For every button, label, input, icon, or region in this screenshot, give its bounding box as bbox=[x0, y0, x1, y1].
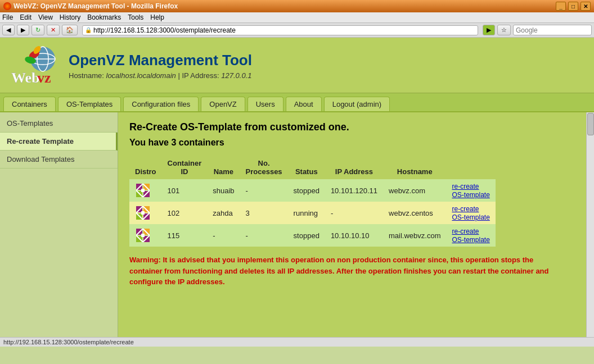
bookmark-star[interactable]: ☆ bbox=[497, 25, 511, 35]
menu-file[interactable]: File bbox=[2, 13, 13, 21]
tab-containers[interactable]: Containers bbox=[3, 97, 56, 111]
cell-action[interactable]: re-createOS-template bbox=[446, 179, 495, 202]
ip-value: 127.0.0.1 bbox=[221, 71, 251, 80]
cell-status: running bbox=[288, 202, 325, 224]
cell-hostname: mail.webvz.com bbox=[383, 224, 446, 247]
svg-rect-14 bbox=[141, 189, 145, 192]
firefox-icon bbox=[3, 2, 11, 10]
col-processes: No.Processes bbox=[240, 156, 288, 179]
cell-name: shuaib bbox=[207, 179, 240, 202]
status-bar: http://192.168.15.128:3000/ostemplate/re… bbox=[0, 337, 594, 347]
col-container-id: ContainerID bbox=[162, 156, 208, 179]
menu-view[interactable]: View bbox=[38, 13, 53, 21]
close-button[interactable]: ✕ bbox=[580, 2, 591, 11]
forward-button[interactable]: ▶ bbox=[17, 25, 29, 35]
app-title: OpenVZ Management Tool bbox=[69, 52, 252, 69]
cell-action[interactable]: re-createOS-template bbox=[446, 202, 495, 224]
tab-config-files[interactable]: Configuration files bbox=[123, 97, 199, 111]
stop-button[interactable]: ✕ bbox=[47, 25, 60, 35]
cell-status: stopped bbox=[288, 179, 325, 202]
sidebar-item-os-templates[interactable]: OS-Templates bbox=[0, 115, 118, 133]
home-button[interactable]: 🏠 bbox=[62, 25, 78, 35]
tab-users[interactable]: Users bbox=[248, 97, 284, 111]
reload-button[interactable]: ↻ bbox=[32, 25, 44, 35]
toolbar: ◀ ▶ ↻ ✕ 🏠 🔒 ▶ ☆ 🔍 bbox=[0, 23, 594, 38]
window-controls[interactable]: _ □ ✕ bbox=[556, 2, 591, 11]
svg-rect-26 bbox=[141, 234, 145, 237]
maximize-button[interactable]: □ bbox=[568, 2, 578, 11]
menu-edit[interactable]: Edit bbox=[20, 13, 32, 21]
svg-text:Web: Web bbox=[11, 70, 40, 86]
minimize-button[interactable]: _ bbox=[556, 2, 566, 11]
cell-container-id: 102 bbox=[162, 202, 208, 224]
cell-status: stopped bbox=[288, 224, 325, 247]
col-hostname: Hostname bbox=[383, 156, 446, 179]
search-input[interactable] bbox=[516, 26, 594, 34]
cell-ip: 10.101.120.11 bbox=[325, 179, 383, 202]
sidebar-item-recreate-template[interactable]: Re-create Template bbox=[0, 133, 118, 151]
page-subtitle: You have 3 containers bbox=[129, 138, 575, 148]
status-url: http://192.168.15.128:3000/ostemplate/re… bbox=[3, 339, 134, 345]
main-content: OS-Templates Re-create Template Download… bbox=[0, 112, 594, 337]
col-status: Status bbox=[288, 156, 325, 179]
containers-table: Distro ContainerID Name No.Processes Sta… bbox=[129, 156, 496, 247]
back-button[interactable]: ◀ bbox=[2, 25, 15, 35]
sidebar: OS-Templates Re-create Template Download… bbox=[0, 112, 118, 337]
search-bar[interactable]: 🔍 bbox=[513, 25, 592, 35]
tab-about[interactable]: About bbox=[286, 97, 322, 111]
logo: Web vz bbox=[9, 43, 60, 88]
cell-hostname: webvz.centos bbox=[383, 202, 446, 224]
scrollbar[interactable] bbox=[586, 112, 594, 337]
svg-rect-20 bbox=[141, 211, 145, 215]
menu-help[interactable]: Help bbox=[150, 13, 164, 21]
page-area: Re-Create OS-Template from customized on… bbox=[118, 112, 586, 337]
cell-hostname: webvz.com bbox=[383, 179, 446, 202]
table-row: 115 - - stopped 10.10.10.10 mail.webvz.c… bbox=[129, 224, 496, 247]
cell-distro bbox=[129, 224, 162, 247]
recreate-action-link[interactable]: re-createOS-template bbox=[452, 228, 489, 244]
cell-ip: - bbox=[325, 202, 383, 224]
ip-label: IP Address: bbox=[182, 71, 219, 80]
menu-bookmarks[interactable]: Bookmarks bbox=[87, 13, 121, 21]
cell-container-id: 115 bbox=[162, 224, 208, 247]
logo-svg: Web vz bbox=[9, 43, 60, 88]
recreate-action-link[interactable]: re-createOS-template bbox=[452, 183, 489, 199]
window-title: WebVZ: OpenVZ Management Tool - Mozilla … bbox=[14, 2, 178, 10]
title-bar: WebVZ: OpenVZ Management Tool - Mozilla … bbox=[0, 0, 594, 12]
go-button[interactable]: ▶ bbox=[483, 25, 495, 35]
app-header: Web vz OpenVZ Management Tool Hostname: … bbox=[0, 38, 594, 93]
menu-bar: File Edit View History Bookmarks Tools H… bbox=[0, 12, 594, 23]
tab-os-templates[interactable]: OS-Templates bbox=[58, 97, 121, 111]
page-title: Re-Create OS-Template from customized on… bbox=[129, 121, 575, 133]
cell-processes: - bbox=[240, 224, 288, 247]
menu-history[interactable]: History bbox=[60, 13, 80, 21]
cell-container-id: 101 bbox=[162, 179, 208, 202]
col-distro: Distro bbox=[129, 156, 162, 179]
cell-distro bbox=[129, 179, 162, 202]
tab-logout[interactable]: Logout (admin) bbox=[324, 97, 390, 111]
hostname-value: localhost.localdomain bbox=[106, 71, 176, 80]
table-row: 102 zahda 3 running - webvz.centos re-cr… bbox=[129, 202, 496, 224]
server-info: Hostname: localhost.localdomain | IP Add… bbox=[69, 71, 252, 80]
menu-tools[interactable]: Tools bbox=[128, 13, 143, 21]
cell-distro bbox=[129, 202, 162, 224]
scroll-thumb[interactable] bbox=[587, 113, 594, 135]
svg-text:vz: vz bbox=[37, 70, 51, 86]
col-action bbox=[446, 156, 495, 179]
cell-ip: 10.10.10.10 bbox=[325, 224, 383, 247]
recreate-action-link[interactable]: re-createOS-template bbox=[452, 205, 489, 221]
col-ip: IP Address bbox=[325, 156, 383, 179]
cell-action[interactable]: re-createOS-template bbox=[446, 224, 495, 247]
nav-tabs: Containers OS-Templates Configuration fi… bbox=[0, 93, 594, 112]
tab-openvz[interactable]: OpenVZ bbox=[201, 97, 245, 111]
sidebar-item-download-templates[interactable]: Download Templates bbox=[0, 151, 118, 169]
cell-processes: - bbox=[240, 179, 288, 202]
table-row: 101 shuaib - stopped 10.101.120.11 webvz… bbox=[129, 179, 496, 202]
col-name: Name bbox=[207, 156, 240, 179]
header-info: OpenVZ Management Tool Hostname: localho… bbox=[69, 52, 252, 80]
hostname-label: Hostname: bbox=[69, 71, 104, 80]
cell-processes: 3 bbox=[240, 202, 288, 224]
url-bar[interactable]: 🔒 bbox=[82, 25, 478, 35]
url-lock-icon: 🔒 bbox=[85, 27, 92, 33]
url-input[interactable] bbox=[93, 26, 475, 34]
